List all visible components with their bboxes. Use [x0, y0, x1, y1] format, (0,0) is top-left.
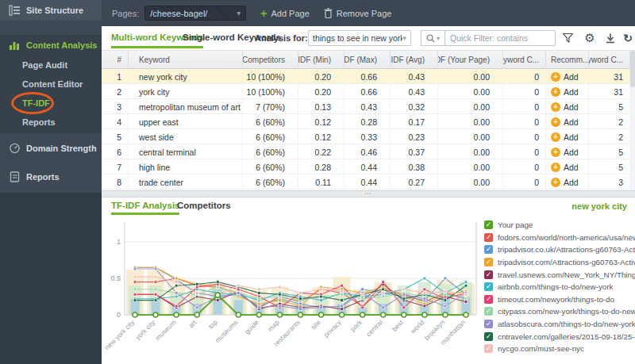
legend-checkbox[interactable]: ✓	[484, 344, 493, 353]
table-cell-tfidf_your_page: 0.00	[438, 159, 503, 174]
remove-page-button[interactable]: Remove Page	[324, 8, 392, 18]
legend-item[interactable]: ✓airbnb.com/things-to-do/new-york	[484, 281, 635, 293]
tab-tf-idf-analysis[interactable]: TF-IDF Analysis	[111, 197, 179, 215]
add-keyword-button[interactable]: +Add	[546, 144, 589, 159]
svg-text:park: park	[348, 318, 364, 333]
table-row[interactable]: 4upper east6 (60%)0.120.280.170.000+Add2	[102, 114, 630, 129]
table-row[interactable]: 5west side6 (60%)0.120.330.230.000+Add2	[102, 129, 630, 144]
table-cell-tfidf_your_page: 0.00	[438, 84, 503, 99]
add-keyword-button[interactable]: +Add	[546, 159, 589, 174]
legend-item[interactable]: ✓atlasobscura.com/things-to-do/new-york	[484, 318, 635, 331]
column-header[interactable]: Keyword	[129, 51, 243, 69]
search-mode-button[interactable]: ▾	[421, 30, 444, 46]
analysis-for-select[interactable]: things to see in new york ▾	[308, 30, 411, 46]
main-content: Multi-word Keywords Single-word Keywords…	[102, 26, 635, 364]
legend-checkbox[interactable]: ✓	[484, 282, 493, 291]
column-header[interactable]: #	[102, 51, 129, 69]
sidebar-item-label: Reports	[22, 117, 56, 127]
legend-checkbox[interactable]: ✓	[484, 320, 493, 328]
sidebar-item-page-audit[interactable]: Page Audit	[0, 56, 102, 75]
legend-checkbox[interactable]: ✓	[484, 233, 493, 242]
add-plus-icon: +	[551, 102, 560, 112]
column-header[interactable]: TF-IDF (Your Page)	[438, 51, 503, 69]
add-page-label: Add Page	[271, 9, 309, 18]
table-row[interactable]: 7high line6 (60%)0.280.440.380.000+Add5	[102, 159, 630, 174]
tab-competitors[interactable]: Competitors	[177, 197, 231, 215]
page-selector[interactable]: /cheese-bagel/ ▾	[144, 6, 246, 21]
column-header[interactable]: TF-IDF (Avg)	[391, 51, 438, 69]
legend-item[interactable]: ✓citypass.com/new-york/things-to-do-new-…	[484, 305, 635, 318]
add-plus-icon: +	[551, 163, 560, 172]
sidebar-item-label: Content Editor	[22, 79, 83, 89]
legend-checkbox[interactable]: ✓	[484, 295, 493, 304]
add-page-button[interactable]: + Add Page	[260, 9, 310, 18]
legend-checkbox[interactable]: ✓	[484, 258, 493, 266]
add-keyword-button[interactable]: +Add	[546, 84, 589, 99]
legend-item[interactable]: ✓timeout.com/newyork/things-to-do	[484, 293, 635, 306]
column-header[interactable]: Keyword C...	[589, 51, 630, 69]
column-header[interactable]: Keyword C...	[503, 51, 546, 69]
legend-item[interactable]: ✓fodors.com/world/north-america/usa/new-…	[484, 232, 635, 244]
table-cell-keyword: upper east	[129, 114, 243, 129]
table-cell-tfidf_your_page: 0.00	[438, 114, 503, 129]
quick-filter-input[interactable]	[444, 30, 556, 46]
legend-label: Your page	[498, 220, 533, 229]
legend-item[interactable]: ✓tripadvisor.com/Attractions-g60763-Acti…	[484, 256, 635, 269]
add-keyword-button[interactable]: +Add	[546, 174, 589, 190]
table-cell-tfidf_min: 0.13	[298, 99, 344, 114]
column-header[interactable]: TF-IDF (Max)	[344, 51, 391, 69]
add-keyword-button[interactable]: +Add	[546, 129, 589, 144]
table-cell-keyword_count: 0	[503, 174, 546, 190]
refresh-button[interactable]: ↻	[619, 29, 635, 47]
legend-checkbox[interactable]: ✓	[484, 220, 493, 229]
table-cell-keyword_count: 0	[503, 144, 546, 159]
column-header[interactable]: TF-IDF (Min)	[298, 51, 344, 69]
chevron-down-icon: ▾	[437, 35, 440, 42]
sidebar-item-reports-sub[interactable]: Reports	[0, 113, 102, 132]
table-row[interactable]: 3metropolitan museum of art7 (70%)0.130.…	[102, 99, 630, 114]
sidebar-item-domain-strength[interactable]: Domain Strength	[0, 135, 102, 162]
sidebar-item-tf-idf[interactable]: TF-IDF	[0, 94, 102, 113]
table-row[interactable]: 1new york city10 (100%)0.200.660.430.000…	[102, 69, 630, 84]
export-button[interactable]	[602, 29, 619, 47]
column-header[interactable]: Recomm... ▾	[546, 51, 589, 69]
table-cell-num: 2	[102, 84, 129, 99]
sidebar-item-content-analysis[interactable]: Content Analysis	[0, 35, 102, 56]
legend-checkbox[interactable]: ✓	[484, 307, 493, 316]
panel-splitter[interactable]: ⋯	[102, 190, 635, 197]
legend-item[interactable]: ✓Your page	[484, 219, 635, 232]
legend-checkbox[interactable]: ✓	[484, 245, 493, 254]
sidebar-item-reports[interactable]: Reports	[0, 162, 102, 192]
table-cell-num: 5	[102, 129, 129, 144]
table-cell-keyword_count2: 3	[589, 174, 630, 190]
table-cell-competitors: 7 (70%)	[243, 99, 298, 114]
sidebar-item-content-editor[interactable]: Content Editor	[0, 75, 102, 94]
topbar: Pages: /cheese-bagel/ ▾ + Add Page Remov…	[102, 0, 635, 26]
table-row[interactable]: 8trade center6 (60%)0.110.440.270.000+Ad…	[102, 174, 630, 190]
svg-text:museums: museums	[214, 318, 240, 344]
sidebar-item-site-structure[interactable]: Site Structure	[0, 0, 102, 21]
filter-button[interactable]	[559, 29, 576, 47]
table-cell-tfidf_your_page: 0.00	[438, 129, 503, 144]
table-row[interactable]: 6central terminal6 (60%)0.220.460.370.00…	[102, 144, 630, 159]
svg-text:art: art	[187, 318, 199, 330]
download-icon	[606, 33, 615, 44]
add-plus-icon: +	[551, 132, 560, 142]
table-cell-tfidf_min: 0.22	[298, 144, 344, 159]
legend-checkbox[interactable]: ✓	[484, 270, 493, 279]
settings-button[interactable]: ⚙	[581, 29, 598, 47]
table-cell-keyword: high line	[129, 159, 243, 174]
legend-checkbox[interactable]: ✓	[484, 332, 493, 341]
table-row[interactable]: 2york city10 (100%)0.200.660.430.000+Add…	[102, 84, 630, 99]
table-scrollbar[interactable]	[630, 51, 635, 190]
legend-item[interactable]: ✓tripadvisor.co.uk/Attractions-g60763-Ac…	[484, 243, 635, 256]
legend-item[interactable]: ✓travel.usnews.com/New_York_NY/Things_T.…	[484, 268, 635, 281]
add-keyword-button[interactable]: +Add	[546, 114, 589, 129]
column-header[interactable]: # of Competitors	[243, 51, 298, 69]
website-auditor-app: Site Structure Content Analysis Page Aud…	[0, 0, 635, 364]
legend-item[interactable]: ✓nycgo.com/must-see-nyc	[484, 343, 635, 355]
add-keyword-button[interactable]: +Add	[546, 99, 589, 114]
add-keyword-button[interactable]: +Add	[546, 69, 589, 84]
legend-item[interactable]: ✓cntraveler.com/galleries/2015-09-18/25-…	[484, 330, 635, 343]
trash-icon	[324, 8, 333, 18]
